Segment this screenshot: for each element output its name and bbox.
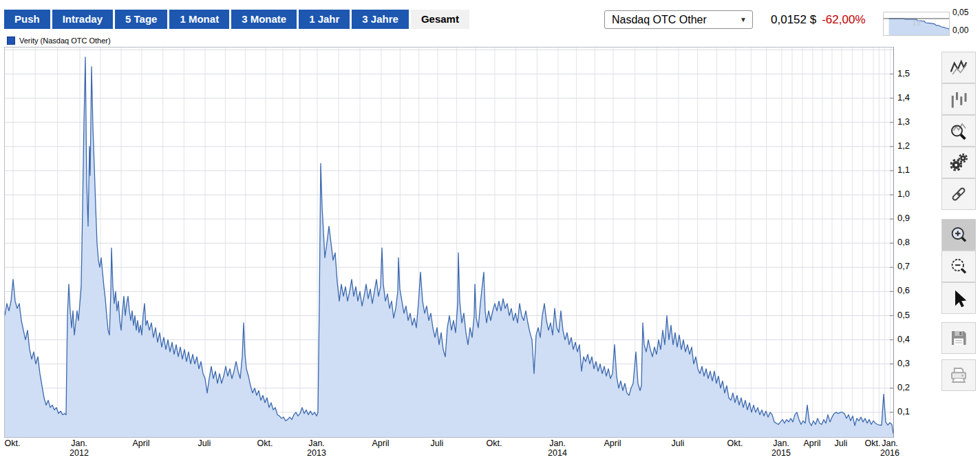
legend: Verity (Nasdaq OTC Other): [7, 36, 111, 45]
save-icon[interactable]: [941, 322, 976, 354]
x-tick-label: Okt.: [865, 439, 881, 448]
range-button-3-jahre[interactable]: 3 Jahre: [352, 10, 409, 29]
x-tick-label: Jan.: [71, 439, 87, 448]
sparkline-watermark: 19: [884, 19, 949, 27]
x-tick-label: Okt.: [5, 439, 21, 448]
zoom-in-icon[interactable]: [941, 219, 976, 251]
x-tick-label: Juli: [198, 439, 211, 448]
x-tick-label: April: [132, 439, 149, 448]
x-tick-label: April: [803, 439, 820, 448]
line-chart-icon[interactable]: [941, 52, 976, 83]
legend-swatch: [7, 36, 15, 45]
sparkline-low-label: 0,00: [952, 25, 968, 35]
x-tick-year-label: 2014: [548, 448, 567, 458]
y-tick-label: 0,2: [897, 382, 910, 392]
x-tick-label: April: [604, 439, 621, 448]
y-tick-label: 0,4: [897, 334, 910, 344]
y-tick-label: 1,0: [897, 189, 910, 199]
y-tick-label: 1,2: [897, 140, 910, 151]
quote: 0,0152 $ -62,00%: [771, 13, 866, 27]
x-tick-year-label: 2016: [880, 448, 899, 458]
x-tick-year-label: 2015: [771, 448, 791, 458]
y-tick-label: 1,4: [897, 92, 910, 103]
bar-chart-icon[interactable]: [941, 83, 976, 115]
y-tick-label: 1,3: [897, 116, 910, 127]
settings-gears-icon[interactable]: [941, 147, 976, 178]
y-tick-label: 0,1: [897, 406, 910, 416]
exchange-dropdown-value: Nasdaq OTC Other: [612, 11, 707, 28]
x-tick-label: Jan.: [308, 439, 325, 448]
range-button-push[interactable]: Push: [4, 10, 50, 29]
x-tick-label: Juli: [835, 439, 848, 448]
exchange-dropdown[interactable]: Nasdaq OTC Other ▼: [604, 10, 753, 29]
x-tick-year-label: 2012: [70, 448, 89, 458]
y-tick-label: 1,1: [897, 165, 910, 175]
x-tick-label: April: [372, 439, 389, 448]
y-tick-label: 0,6: [897, 285, 910, 295]
x-tick-label: Jan.: [882, 439, 898, 448]
range-button-intraday[interactable]: Intraday: [52, 10, 113, 29]
y-tick-label: 1,5: [897, 68, 910, 78]
range-toolbar: PushIntraday5 Tage1 Monat3 Monate1 Jahr3…: [4, 10, 469, 29]
x-tick-label: Juli: [672, 439, 685, 448]
zoom-out-icon[interactable]: [941, 251, 976, 282]
x-tick-label: Jan.: [549, 439, 566, 448]
legend-label: Verity (Nasdaq OTC Other): [19, 36, 111, 45]
main-chart[interactable]: 19.09.11 – 19.02.16: [4, 47, 894, 438]
chevron-down-icon: ▼: [740, 11, 747, 28]
x-tick-label: Jan.: [773, 439, 789, 448]
intraday-sparkline: 19: [883, 12, 950, 36]
x-tick-label: Okt.: [727, 439, 743, 448]
range-button-1-jahr[interactable]: 1 Jahr: [299, 10, 350, 29]
range-button-1-monat[interactable]: 1 Monat: [169, 10, 229, 29]
x-tick-label: Okt.: [487, 439, 502, 448]
range-button-gesamt[interactable]: Gesamt: [411, 10, 469, 29]
y-tick-label: 0,5: [897, 310, 910, 320]
range-button-5-tage[interactable]: 5 Tage: [115, 10, 167, 29]
link-icon[interactable]: [941, 178, 976, 210]
quote-change: -62,00%: [822, 13, 865, 27]
sparkline-high-label: 0,05: [952, 8, 968, 17]
quote-price: 0,0152 $: [771, 13, 816, 27]
x-tick-label: Juli: [431, 439, 444, 448]
y-tick-label: 0,3: [897, 358, 910, 368]
cursor-icon[interactable]: [941, 282, 976, 314]
y-tick-label: 0,7: [897, 261, 910, 271]
main-chart-canvas[interactable]: [5, 48, 893, 437]
x-axis-labels: Okt.Jan.2012AprilJuliOkt.Jan.2013AprilJu…: [4, 439, 926, 461]
chart-application: PushIntraday5 Tage1 Monat3 Monate1 Jahr3…: [0, 0, 980, 464]
range-button-3-monate[interactable]: 3 Monate: [231, 10, 297, 29]
print-icon[interactable]: [941, 359, 976, 391]
y-tick-label: 0,8: [897, 237, 910, 247]
x-tick-year-label: 2013: [307, 448, 326, 458]
chart-analysis-icon[interactable]: [941, 115, 976, 147]
y-tick-label: 0,9: [897, 213, 910, 223]
x-tick-label: Okt.: [257, 439, 273, 448]
